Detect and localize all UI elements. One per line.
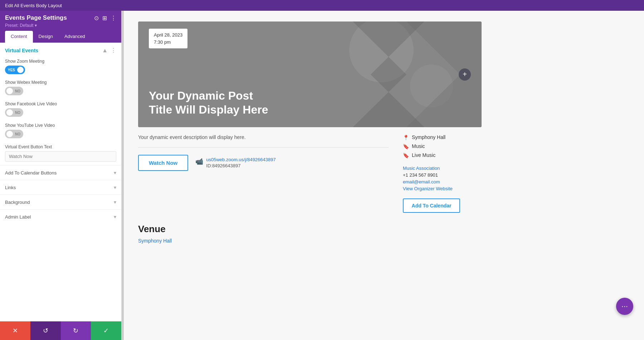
show-zoom-label: Show Zoom Meeting <box>5 59 116 64</box>
admin-label-label: Admin Label <box>5 214 31 220</box>
undo-icon: ↺ <box>43 327 48 335</box>
organizer-email[interactable]: email@email.com <box>403 179 482 185</box>
organizer-website[interactable]: View Organizer Website <box>403 186 482 191</box>
focus-icon[interactable]: ⊙ <box>94 15 99 21</box>
show-zoom-knob <box>17 67 24 73</box>
button-text-label: Virtual Event Button Text <box>5 144 116 149</box>
content-row: Your dynamic event description will disp… <box>138 134 482 213</box>
show-facebook-field: Show Facebook Live Video NO <box>0 99 121 121</box>
virtual-events-title: Virtual Events <box>5 48 38 53</box>
hero-date: April 28, 2023 <box>154 32 182 38</box>
sidebar-preset[interactable]: Preset: Default ▾ <box>5 23 116 28</box>
show-youtube-toggle[interactable]: NO <box>5 130 23 138</box>
venue-section: Venue Symphony Hall <box>138 224 482 244</box>
show-youtube-knob <box>6 131 13 137</box>
links-chevron: ▾ <box>114 185 116 190</box>
admin-label-section[interactable]: Admin Label ▾ <box>0 209 121 224</box>
save-icon: ✓ <box>103 327 109 335</box>
hero-image: April 28, 2023 7:30 pm Your Dynamic Post… <box>138 21 482 127</box>
venue-name: Symphony Hall <box>412 134 445 140</box>
venue-section-title: Venue <box>138 224 482 235</box>
top-bar: Edit All Events Body Layout <box>0 0 644 11</box>
tab-advanced[interactable]: Advanced <box>59 31 91 43</box>
top-bar-title: Edit All Events Body Layout <box>5 3 62 8</box>
event-description: Your dynamic event description will disp… <box>138 134 389 140</box>
add-to-calendar-button[interactable]: Add To Calendar <box>403 198 460 213</box>
more-icon[interactable]: ⋮ <box>111 15 116 21</box>
cancel-icon: ✕ <box>13 327 18 335</box>
show-webex-knob <box>6 88 13 94</box>
cancel-button[interactable]: ✕ <box>0 321 30 340</box>
content-sidebar-info: 📍 Symphony Hall 🔖 Music 🔖 Live Music Mus… <box>403 134 482 213</box>
content-main: Your dynamic event description will disp… <box>138 134 389 213</box>
hero-title: Your Dynamic Post Title Will Display Her… <box>149 89 270 116</box>
sidebar-header: Events Page Settings ⊙ ⊞ ⋮ Preset: Defau… <box>0 11 121 43</box>
tag-music: Music <box>412 143 425 149</box>
sidebar-header-icons: ⊙ ⊞ ⋮ <box>94 15 116 21</box>
organizer-phone: +1 234 567 8901 <box>403 172 482 178</box>
hero-plus-button[interactable]: + <box>459 68 471 81</box>
zoom-link[interactable]: us05web.zoom.us/j/84926643897 <box>206 157 275 162</box>
hero-time: 7:30 pm <box>154 39 171 45</box>
redo-icon: ↻ <box>73 327 78 335</box>
background-chevron: ▾ <box>114 199 116 205</box>
watch-now-button[interactable]: Watch Now <box>138 155 188 171</box>
show-youtube-label: Show YouTube Live Video <box>5 123 116 128</box>
watch-row: Watch Now 📹 us05web.zoom.us/j/8492664389… <box>138 155 389 171</box>
show-webex-field: Show Webex Meeting NO <box>0 78 121 99</box>
add-to-calendar-chevron: ▾ <box>114 170 116 176</box>
venue-section-link[interactable]: Symphony Hall <box>138 238 172 244</box>
show-webex-toggle-label: NO <box>14 89 22 93</box>
tag-music-item: 🔖 Music <box>403 143 482 149</box>
sidebar-title: Events Page Settings <box>5 14 67 21</box>
show-facebook-toggle-label: NO <box>14 111 22 115</box>
add-to-calendar-label: Add To Calendar Buttons <box>5 170 57 176</box>
virtual-events-section-header: Virtual Events ▲ ⋮ <box>0 43 121 57</box>
sidebar-body: Virtual Events ▲ ⋮ Show Zoom Meeting YES <box>0 43 121 321</box>
organizer-name[interactable]: Music Association <box>403 166 482 171</box>
show-zoom-toggle-label: YES <box>6 68 16 72</box>
show-webex-label: Show Webex Meeting <box>5 80 116 85</box>
section-header-icons: ▲ ⋮ <box>102 47 116 54</box>
button-text-field: Virtual Event Button Text <box>0 142 121 165</box>
main-content: April 28, 2023 7:30 pm Your Dynamic Post… <box>124 11 644 340</box>
show-webex-toggle[interactable]: NO <box>5 87 23 95</box>
bottom-toolbar: ✕ ↺ ↻ ✓ <box>0 321 121 340</box>
redo-button[interactable]: ↻ <box>61 321 91 340</box>
add-to-calendar-section[interactable]: Add To Calendar Buttons ▾ <box>0 165 121 180</box>
tag-live-music-item: 🔖 Live Music <box>403 152 482 158</box>
organizer-section: Music Association +1 234 567 8901 email@… <box>403 166 482 191</box>
sidebar: Events Page Settings ⊙ ⊞ ⋮ Preset: Defau… <box>0 11 122 340</box>
show-facebook-toggle[interactable]: NO <box>5 108 23 117</box>
show-facebook-knob <box>6 109 13 116</box>
show-youtube-field: Show YouTube Live Video NO <box>0 121 121 142</box>
collapse-icon[interactable]: ▲ <box>102 47 108 54</box>
admin-label-chevron: ▾ <box>114 214 116 220</box>
tag-icon-1: 🔖 <box>403 144 409 149</box>
background-label: Background <box>5 200 30 205</box>
zoom-info: 📹 us05web.zoom.us/j/84926643897 ID:84926… <box>195 157 275 169</box>
links-label: Links <box>5 185 16 190</box>
undo-button[interactable]: ↺ <box>30 321 61 340</box>
show-youtube-toggle-label: NO <box>14 132 22 136</box>
save-button[interactable]: ✓ <box>91 321 121 340</box>
tab-design[interactable]: Design <box>33 31 59 43</box>
video-icon: 📹 <box>195 158 203 166</box>
show-zoom-toggle-row: YES <box>5 66 116 74</box>
float-action-button[interactable]: ··· <box>616 298 633 315</box>
button-text-input[interactable] <box>5 151 116 162</box>
background-section[interactable]: Background ▾ <box>0 195 121 209</box>
links-section[interactable]: Links ▾ <box>0 180 121 195</box>
columns-icon[interactable]: ⊞ <box>102 15 107 21</box>
zoom-details: us05web.zoom.us/j/84926643897 ID:8492664… <box>206 157 275 169</box>
location-icon: 📍 <box>403 135 409 140</box>
venue-info-item: 📍 Symphony Hall <box>403 134 482 140</box>
watch-divider <box>138 147 389 148</box>
tab-content[interactable]: Content <box>5 31 33 43</box>
show-zoom-toggle[interactable]: YES <box>5 66 25 74</box>
tag-live-music: Live Music <box>412 152 435 158</box>
section-more-icon[interactable]: ⋮ <box>111 47 116 54</box>
show-facebook-label: Show Facebook Live Video <box>5 101 116 106</box>
hero-date-badge: April 28, 2023 7:30 pm <box>149 29 187 48</box>
sidebar-tabs: Content Design Advanced <box>5 31 116 43</box>
